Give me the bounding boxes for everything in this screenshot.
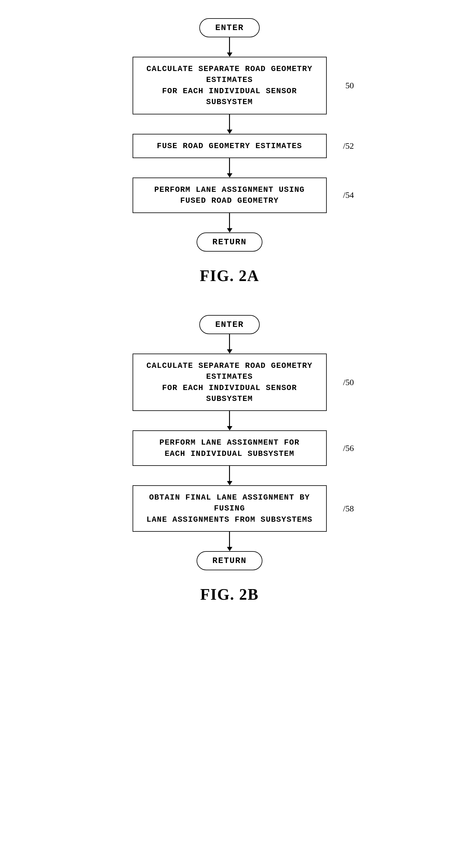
enter-node-b: ENTER [199, 315, 259, 334]
box-50a-line1: CALCULATE SEPARATE ROAD GEOMETRY ESTIMAT… [146, 64, 313, 84]
box-50b-wrapper: CALCULATE SEPARATE ROAD GEOMETRY ESTIMAT… [133, 353, 327, 411]
arrow-line [229, 334, 230, 349]
box-58-line2: LANE ASSIGNMENTS FROM SUBSYSTEMS [146, 515, 313, 524]
box-54-line2: FUSED ROAD GEOMETRY [180, 196, 279, 205]
box-58: OBTAIN FINAL LANE ASSIGNMENT BY FUSING L… [133, 485, 327, 532]
box-58-line1: OBTAIN FINAL LANE ASSIGNMENT BY FUSING [149, 493, 310, 513]
arrow-head [227, 53, 232, 57]
box-52: FUSE ROAD GEOMETRY ESTIMATES [133, 134, 327, 158]
arrow-line [229, 37, 230, 53]
ref-54: /54 [343, 190, 354, 200]
box-50b: CALCULATE SEPARATE ROAD GEOMETRY ESTIMAT… [133, 353, 327, 411]
box-50b-line1: CALCULATE SEPARATE ROAD GEOMETRY ESTIMAT… [146, 361, 313, 381]
arrow-line [229, 158, 230, 173]
return-node-a: RETURN [197, 232, 262, 252]
fig2a-label: FIG. 2A [200, 267, 259, 285]
box-52-text: FUSE ROAD GEOMETRY ESTIMATES [157, 142, 302, 151]
connector-1a [227, 37, 232, 57]
arrow-line [229, 411, 230, 426]
box-56: PERFORM LANE ASSIGNMENT FOR EACH INDIVID… [133, 430, 327, 466]
connector-1b [227, 334, 232, 353]
arrow-head [227, 547, 232, 551]
return-node-b: RETURN [197, 551, 262, 570]
fig2b-diagram: ENTER CALCULATE SEPARATE ROAD GEOMETRY E… [93, 315, 366, 603]
box-50a: CALCULATE SEPARATE ROAD GEOMETRY ESTIMAT… [133, 57, 327, 115]
page: ENTER CALCULATE SEPARATE ROAD GEOMETRY E… [0, 0, 459, 868]
fig2b-label: FIG. 2B [200, 585, 259, 603]
box-50b-line2: FOR EACH INDIVIDUAL SENSOR SUBSYSTEM [162, 383, 297, 403]
connector-3a [227, 158, 232, 178]
box-58-wrapper: OBTAIN FINAL LANE ASSIGNMENT BY FUSING L… [133, 485, 327, 532]
box-56-wrapper: PERFORM LANE ASSIGNMENT FOR EACH INDIVID… [133, 430, 327, 466]
box-54: PERFORM LANE ASSIGNMENT USING FUSED ROAD… [133, 178, 327, 213]
arrow-head [227, 349, 232, 353]
box-50a-wrapper: CALCULATE SEPARATE ROAD GEOMETRY ESTIMAT… [133, 57, 327, 115]
connector-3b [227, 466, 232, 485]
arrow-line [229, 466, 230, 481]
box-56-line1: PERFORM LANE ASSIGNMENT FOR [160, 438, 300, 447]
connector-2a [227, 115, 232, 134]
arrow-head [227, 130, 232, 134]
arrow-head [227, 228, 232, 232]
box-54-line1: PERFORM LANE ASSIGNMENT USING [155, 185, 305, 194]
box-52-wrapper: FUSE ROAD GEOMETRY ESTIMATES /52 [133, 134, 327, 158]
connector-2b [227, 411, 232, 430]
ref-58: /58 [343, 504, 354, 514]
arrow-head [227, 426, 232, 430]
connector-4a [227, 213, 232, 232]
box-56-line2: EACH INDIVIDUAL SUBSYSTEM [165, 449, 295, 458]
arrow-line [229, 532, 230, 547]
arrow-line [229, 213, 230, 228]
box-54-wrapper: PERFORM LANE ASSIGNMENT USING FUSED ROAD… [133, 178, 327, 213]
ref-52: /52 [343, 141, 354, 151]
arrow-line [229, 115, 230, 130]
ref-50b: /50 [343, 377, 354, 387]
fig2a-diagram: ENTER CALCULATE SEPARATE ROAD GEOMETRY E… [93, 18, 366, 285]
box-50a-line2: FOR EACH INDIVIDUAL SENSOR SUBSYSTEM [162, 87, 297, 106]
connector-4b [227, 532, 232, 551]
ref-50a: 50 [346, 81, 354, 90]
ref-56: /56 [343, 443, 354, 453]
arrow-head [227, 173, 232, 178]
arrow-head [227, 481, 232, 485]
enter-node-a: ENTER [199, 18, 259, 37]
